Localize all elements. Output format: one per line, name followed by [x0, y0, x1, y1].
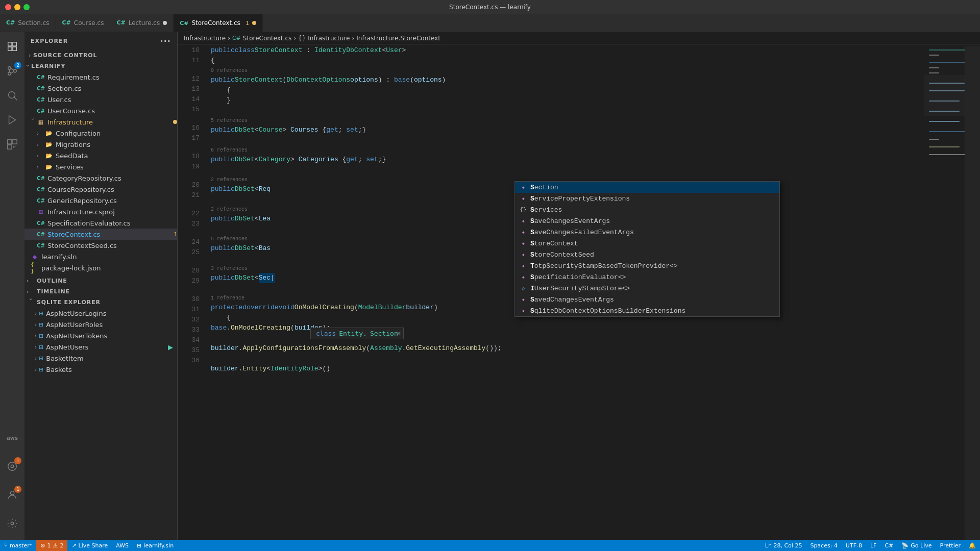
- breadcrumb-ns[interactable]: Infrastructure: [308, 35, 350, 42]
- minimize-button[interactable]: [14, 4, 20, 10]
- account-icon[interactable]: 1: [0, 483, 24, 507]
- autocomplete-item-savechangeseventargs[interactable]: ⬥ SaveChangesEventArgs: [515, 215, 779, 227]
- tab-storecontext[interactable]: C# StoreContext.cs 1: [174, 14, 263, 32]
- file-package-lock[interactable]: { } package-lock.json: [24, 262, 177, 273]
- folder-seeddata[interactable]: › 📂 SeedData: [24, 150, 177, 161]
- cs-file-icon: C#: [37, 107, 45, 115]
- file-genericrepo[interactable]: C# GenericRepository.cs: [24, 195, 177, 206]
- autocomplete-item-totpsecurity[interactable]: ⬥ TotpSecurityStampBasedTokenProvider<>: [515, 260, 779, 271]
- svg-point-6: [14, 69, 17, 72]
- db-item-aspnetuserroles[interactable]: › ⊞ AspNetUserRoles: [24, 319, 177, 330]
- tab-lecture[interactable]: C# Lecture.cs: [110, 14, 174, 32]
- sidebar-header: EXPLORER ···: [24, 32, 177, 50]
- source-control-icon[interactable]: 2: [0, 59, 24, 83]
- folder-icon: ▦: [37, 118, 45, 126]
- autocomplete-item-sqlitedbctx[interactable]: ⬥ SqliteDbContextOptionsBuilderExtension…: [515, 305, 779, 316]
- db-item-aspnetusertokens[interactable]: › ⊞ AspNetUserTokens: [24, 330, 177, 341]
- autocomplete-item-savedchangeseventargs[interactable]: ⬥ SavedChangesEventArgs: [515, 294, 779, 305]
- search-icon[interactable]: [0, 83, 24, 108]
- file-label: package-lock.json: [41, 264, 177, 272]
- file-storecontext[interactable]: C# StoreContext.cs 1: [24, 229, 177, 240]
- liveshare-status[interactable]: ↗ Live Share: [67, 540, 112, 551]
- file-categoryrepo[interactable]: C# CategoryRepository.cs: [24, 172, 177, 184]
- eol-status[interactable]: LF: [866, 540, 880, 551]
- extensions-icon[interactable]: [0, 132, 24, 157]
- maximize-button[interactable]: [23, 4, 30, 10]
- solution-status[interactable]: ⊞ learnify.sln: [133, 540, 178, 551]
- folder-migrations[interactable]: › 📂 Migrations: [24, 139, 177, 150]
- file-label: Requirement.cs: [47, 73, 177, 81]
- db-table-icon: ⊞: [39, 344, 43, 350]
- file-usercourse[interactable]: C# UserCourse.cs: [24, 105, 177, 116]
- file-user[interactable]: C# User.cs: [24, 94, 177, 105]
- folder-arrow: ›: [30, 118, 36, 126]
- position-status[interactable]: Ln 28, Col 25: [761, 540, 806, 551]
- autocomplete-dropdown[interactable]: ⬥ Section ⬥ ServicePropertyExtensions {}…: [514, 181, 780, 317]
- file-sln[interactable]: ◆ learnify.sln: [24, 251, 177, 262]
- autocomplete-item-section[interactable]: ⬥ Section: [515, 182, 779, 193]
- eol-label: LF: [870, 542, 876, 549]
- learnify-section[interactable]: › LEARNIFY: [24, 61, 177, 71]
- source-control-section[interactable]: › SOURCE CONTROL: [24, 50, 177, 61]
- code-line-18: public DbSet<Category> Categories {get; …: [211, 155, 924, 165]
- prettier-status[interactable]: Prettier: [936, 540, 965, 551]
- folder-services[interactable]: › 📂 Services: [24, 161, 177, 172]
- aws-status[interactable]: AWS: [112, 540, 133, 551]
- autocomplete-item-storecontext[interactable]: ⬥ StoreContext: [515, 238, 779, 249]
- error-icon: ⊗: [40, 542, 45, 549]
- db-item-aspnetusers[interactable]: › ⊞ AspNetUsers ▶: [24, 341, 177, 353]
- breadcrumb-cs: C#: [232, 35, 241, 41]
- file-specevaluator[interactable]: C# SpecificationEvaluator.cs: [24, 217, 177, 229]
- errors-status[interactable]: ⊗ 1 ⚠ 2: [36, 540, 67, 551]
- db-item-aspnetuserlogins[interactable]: › ⊞ AspNetUserLogins: [24, 308, 177, 319]
- outline-section[interactable]: › OUTLINE: [24, 276, 177, 286]
- window-controls[interactable]: [5, 4, 30, 10]
- file-csproj[interactable]: ⊞ Infrastructure.csproj: [24, 206, 177, 217]
- breadcrumb-class[interactable]: Infrastructure.StoreContext: [356, 35, 440, 42]
- autocomplete-item-servicepropext[interactable]: ⬥ ServicePropertyExtensions: [515, 193, 779, 204]
- autocomplete-item-iusersecurity[interactable]: ◇ IUserSecurityStampStore<>: [515, 283, 779, 294]
- folder-arrow: ›: [37, 142, 45, 147]
- tab-course[interactable]: C# Course.cs: [56, 14, 111, 32]
- folder-infrastructure[interactable]: › ▦ Infrastructure: [24, 116, 177, 128]
- remote-icon[interactable]: 1: [0, 454, 24, 479]
- spaces-status[interactable]: Spaces: 4: [806, 540, 841, 551]
- file-storecontextseed[interactable]: C# StoreContextSeed.cs: [24, 240, 177, 251]
- breadcrumb-file[interactable]: StoreContext.cs: [243, 35, 291, 42]
- golive-status[interactable]: 📡 Go Live: [897, 540, 936, 551]
- autocomplete-item-services[interactable]: {} Services: [515, 204, 779, 215]
- svg-rect-1: [13, 42, 16, 46]
- run-icon[interactable]: [0, 108, 24, 132]
- close-button[interactable]: [5, 4, 11, 10]
- autocomplete-item-storecontextseed[interactable]: ⬥ StoreContextSeed: [515, 249, 779, 260]
- file-section[interactable]: C# Section.cs: [24, 83, 177, 94]
- db-play-icon[interactable]: ▶: [168, 343, 173, 351]
- breadcrumb-ns-icon: {}: [298, 35, 306, 42]
- branch-status[interactable]: ⑂ master*: [0, 540, 36, 551]
- notification-bell[interactable]: 🔔: [965, 540, 980, 551]
- language-status[interactable]: C#: [880, 540, 897, 551]
- db-item-label: AspNetUsers: [46, 343, 88, 351]
- folder-configuration[interactable]: › 📂 Configuration: [24, 128, 177, 139]
- breadcrumb-infra[interactable]: Infrastructure: [184, 35, 226, 42]
- position-label: Ln 28, Col 25: [765, 542, 802, 549]
- modified-indicator: [252, 21, 256, 25]
- db-item-baskets[interactable]: › ⊞ Baskets: [24, 364, 177, 375]
- db-item-basketitem[interactable]: › ⊞ BasketItem: [24, 353, 177, 364]
- solution-label: learnify.sln: [143, 542, 174, 549]
- explorer-icon[interactable]: [0, 34, 24, 59]
- encoding-status[interactable]: UTF-8: [842, 540, 866, 551]
- tab-section[interactable]: C# Section.cs: [0, 14, 56, 32]
- sqlite-section[interactable]: › SQLITE EXPLORER: [24, 297, 177, 308]
- aws-icon[interactable]: aws: [0, 425, 24, 450]
- json-icon: { }: [31, 264, 39, 272]
- tooltip-close-button[interactable]: ×: [397, 329, 401, 337]
- autocomplete-item-savechangesfailed[interactable]: ⬥ SaveChangesFailedEventArgs: [515, 227, 779, 238]
- settings-icon[interactable]: [0, 511, 24, 536]
- file-requirement[interactable]: C# Requirement.cs: [24, 71, 177, 83]
- file-courserepo[interactable]: C# CourseRepository.cs: [24, 184, 177, 195]
- timeline-label: TIMELINE: [37, 288, 70, 295]
- timeline-section[interactable]: › TIMELINE: [24, 286, 177, 297]
- sidebar-menu-button[interactable]: ···: [160, 36, 171, 46]
- autocomplete-item-specevaluator[interactable]: ⬥ SpecificationEvaluator<>: [515, 271, 779, 283]
